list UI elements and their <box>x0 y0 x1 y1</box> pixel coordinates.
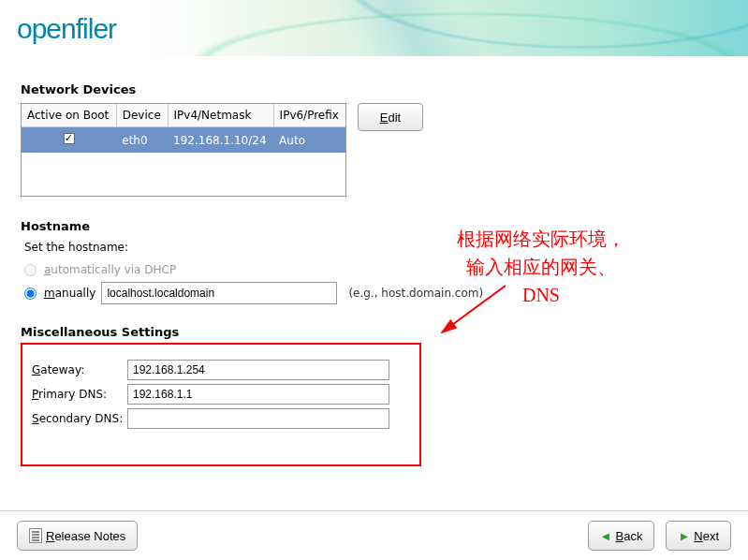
logo: openfiler <box>17 13 116 45</box>
main-content: Network Devices Active on Boot Device IP… <box>0 56 748 466</box>
annotation-line2: 输入相应的网关、 <box>457 253 625 281</box>
primary-dns-input[interactable] <box>127 384 389 405</box>
back-button[interactable]: ◄ Back <box>588 521 655 551</box>
footer: Release Notes ◄ Back ► Next <box>0 511 748 560</box>
gateway-input[interactable] <box>127 360 389 380</box>
gateway-label: Gateway: <box>32 363 127 376</box>
cell-device: eth0 <box>116 127 168 154</box>
table-row[interactable]: eth0 192.168.1.10/24 Auto <box>22 127 345 154</box>
header-banner: openfiler <box>0 0 748 56</box>
misc-highlight-box: Gateway: Primary DNS: Secondary DNS: <box>21 343 421 466</box>
edit-label-tail: dit <box>388 111 401 125</box>
col-active[interactable]: Active on Boot <box>22 104 116 127</box>
network-devices-title: Network Devices <box>21 82 727 96</box>
hostname-input[interactable] <box>101 282 337 304</box>
annotation-arrow <box>431 281 524 346</box>
secondary-dns-label: Secondary DNS: <box>32 412 127 425</box>
arrow-left-icon: ◄ <box>600 529 612 543</box>
annotation-line1: 根据网络实际环境， <box>457 225 625 253</box>
secondary-dns-input[interactable] <box>127 408 389 429</box>
primary-dns-label: Primary DNS: <box>32 388 127 401</box>
active-checkbox[interactable] <box>64 133 75 144</box>
cell-ipv4: 192.168.1.10/24 <box>168 127 273 154</box>
misc-title: Miscellaneous Settings <box>21 325 727 339</box>
svg-line-0 <box>442 286 506 332</box>
next-button[interactable]: ► Next <box>666 521 731 551</box>
col-ipv6[interactable]: IPv6/Prefix <box>273 104 345 127</box>
col-ipv4[interactable]: IPv4/Netmask <box>168 104 273 127</box>
header-pattern <box>186 0 748 56</box>
arrow-right-icon: ► <box>678 529 690 543</box>
col-device[interactable]: Device <box>116 104 168 127</box>
hostname-manual-radio[interactable] <box>24 287 37 300</box>
document-icon <box>29 528 42 543</box>
cell-ipv6: Auto <box>273 127 345 154</box>
misc-section: Miscellaneous Settings Gateway: Primary … <box>21 325 727 466</box>
edit-button[interactable]: Edit <box>358 103 423 131</box>
network-devices-table[interactable]: Active on Boot Device IPv4/Netmask IPv6/… <box>21 103 346 197</box>
release-notes-button[interactable]: Release Notes <box>17 521 138 551</box>
hostname-auto-radio <box>24 264 37 276</box>
